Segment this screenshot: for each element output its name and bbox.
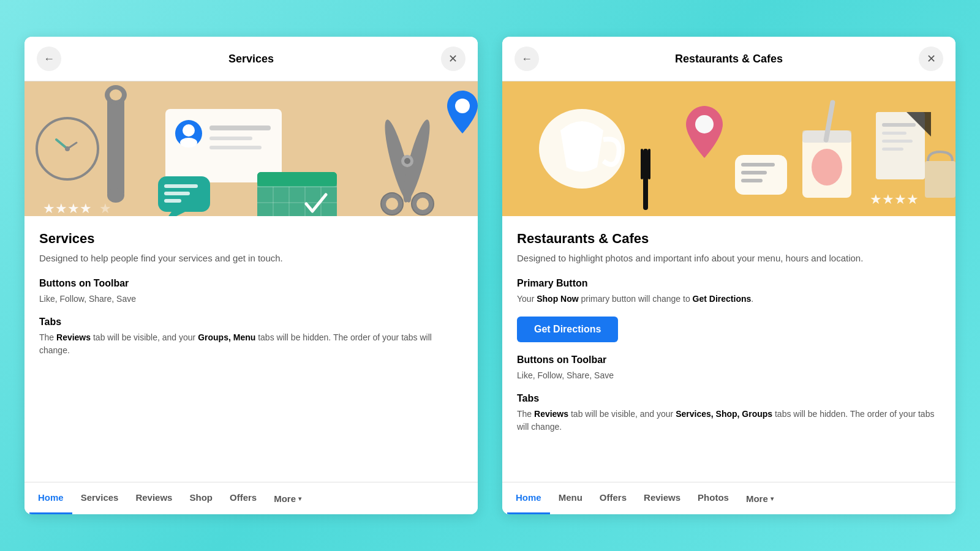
svg-rect-13 (209, 126, 271, 130)
svg-rect-50 (735, 155, 787, 195)
restaurants-tabs-bar: Home Menu Offers Reviews Photos More ▾ (502, 482, 956, 514)
restaurants-buttons-title: Buttons on Toolbar (517, 354, 941, 365)
tab-menu[interactable]: Menu (550, 482, 591, 514)
svg-rect-60 (882, 123, 916, 127)
tab-reviews-2[interactable]: Reviews (635, 482, 689, 514)
svg-point-11 (183, 124, 195, 137)
tab-photos[interactable]: Photos (689, 482, 737, 514)
restaurants-card-title: Restaurants & Cafes (675, 53, 783, 66)
svg-text:★: ★ (99, 201, 111, 216)
restaurants-hero-image: ★★★★ (502, 81, 956, 216)
svg-point-12 (180, 138, 197, 148)
svg-rect-65 (925, 161, 956, 198)
svg-rect-14 (209, 137, 252, 140)
svg-point-39 (417, 198, 429, 210)
svg-text:★★★★: ★★★★ (870, 192, 919, 207)
restaurants-main-desc: Designed to highlight photos and importa… (517, 252, 941, 266)
services-tabs-bar: Home Services Reviews Shop Offers More ▾ (24, 482, 478, 514)
restaurants-main-title: Restaurants & Cafes (517, 231, 941, 247)
svg-point-58 (812, 149, 842, 186)
services-card-header: ← Services ✕ (24, 37, 478, 81)
svg-rect-62 (882, 140, 913, 143)
restaurants-primary-btn-title: Primary Button (517, 278, 941, 289)
restaurants-tabs-title: Tabs (517, 393, 941, 404)
svg-rect-15 (209, 146, 262, 149)
svg-point-7 (110, 89, 122, 100)
tab-home[interactable]: Home (29, 482, 72, 514)
tab-reviews[interactable]: Reviews (127, 482, 181, 514)
svg-rect-52 (741, 171, 767, 174)
svg-rect-5 (107, 94, 124, 198)
tab-more-label: More (274, 493, 296, 504)
svg-point-37 (386, 198, 398, 210)
services-buttons-desc: Like, Follow, Share, Save (39, 293, 463, 305)
services-card-title: Services (228, 53, 274, 66)
chevron-down-icon-2: ▾ (771, 495, 774, 502)
restaurants-buttons-desc: Like, Follow, Share, Save (517, 369, 941, 382)
svg-point-49 (695, 115, 714, 133)
close-button-2[interactable]: ✕ (919, 47, 943, 71)
svg-rect-48 (644, 149, 647, 179)
get-directions-button[interactable]: Get Directions (517, 317, 618, 342)
restaurants-card-header: ← Restaurants & Cafes ✕ (502, 37, 956, 81)
tab-more-2[interactable]: More ▾ (737, 484, 782, 514)
services-card-body: Services Designed to help people find yo… (24, 216, 478, 482)
svg-rect-51 (741, 163, 775, 167)
services-tabs-desc: The Reviews tab will be visible, and you… (39, 331, 463, 357)
services-tabs-title: Tabs (39, 317, 463, 328)
svg-point-40 (455, 99, 470, 113)
svg-point-4 (65, 146, 70, 151)
close-button[interactable]: ✕ (441, 47, 466, 71)
services-buttons-title: Buttons on Toolbar (39, 278, 463, 289)
tab-more[interactable]: More ▾ (265, 484, 310, 514)
chevron-down-icon: ▾ (298, 495, 301, 502)
restaurants-card-body: Restaurants & Cafes Designed to highligh… (502, 216, 956, 482)
svg-rect-53 (741, 179, 763, 182)
svg-rect-47 (648, 149, 650, 179)
svg-rect-19 (164, 199, 181, 203)
tab-shop[interactable]: Shop (181, 482, 221, 514)
services-card: ← Services ✕ (24, 37, 478, 514)
services-main-title: Services (39, 231, 463, 247)
tab-more-label-2: More (746, 493, 768, 504)
svg-point-35 (404, 158, 410, 164)
restaurants-card: ← Restaurants & Cafes ✕ (502, 37, 956, 514)
services-hero-image: ★★★★ ★ (24, 81, 478, 216)
svg-rect-17 (164, 184, 198, 188)
svg-rect-61 (882, 132, 907, 135)
restaurants-primary-btn-desc: Your Shop Now primary button will change… (517, 293, 941, 305)
tab-offers[interactable]: Offers (221, 482, 265, 514)
svg-rect-25 (257, 172, 337, 187)
restaurants-tabs-desc: The Reviews tab will be visible, and you… (517, 408, 941, 433)
tab-offers-2[interactable]: Offers (591, 482, 635, 514)
tab-home-2[interactable]: Home (507, 482, 550, 514)
tab-services[interactable]: Services (72, 482, 127, 514)
svg-rect-46 (641, 149, 643, 179)
back-button-2[interactable]: ← (514, 47, 539, 71)
back-button[interactable]: ← (37, 47, 61, 71)
svg-rect-63 (882, 148, 903, 151)
svg-text:★★★★: ★★★★ (43, 201, 92, 216)
svg-rect-18 (164, 192, 190, 195)
services-main-desc: Designed to help people find your servic… (39, 252, 463, 266)
